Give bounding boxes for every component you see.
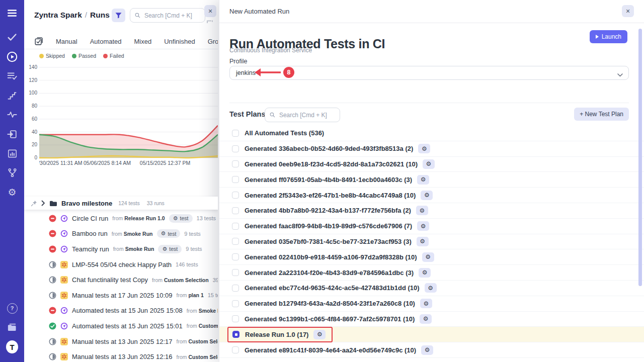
profile-label: Profile bbox=[229, 58, 247, 65]
manual-run-icon bbox=[60, 353, 68, 360]
test-plan-row[interactable]: Generated b12794f3-643a-4a2d-8504-23f1e7… bbox=[219, 296, 644, 312]
test-plan-row[interactable]: Generated 035e7bf0-7381-4c5c-be77-321e73… bbox=[219, 234, 644, 250]
scrollbar-thumb[interactable] bbox=[638, 29, 642, 286]
plan-checkbox[interactable] bbox=[232, 269, 239, 276]
run-list-item[interactable]: Bamboo run from Smoke Run ⚙test 9 tests bbox=[24, 226, 218, 242]
test-plan-row[interactable]: Generated faac8f09-94b8-4b19-89d9-c576cd… bbox=[219, 219, 644, 234]
tab-automated[interactable]: Automated bbox=[90, 38, 122, 45]
gear-icon[interactable]: ⚙ bbox=[6, 186, 18, 198]
test-plans-search-input[interactable] bbox=[278, 111, 335, 119]
sign-in-icon[interactable] bbox=[6, 128, 18, 140]
legend-label: Skipped bbox=[46, 53, 65, 59]
plan-settings-button[interactable]: ⚙ bbox=[419, 268, 431, 278]
y-axis-tick-label: 140 bbox=[24, 64, 37, 70]
tab-unfinished[interactable]: Unfinished bbox=[164, 38, 195, 45]
plan-label: Generated 035e7bf0-7381-4c5c-be77-321e73… bbox=[245, 238, 412, 245]
plan-checkbox[interactable] bbox=[232, 285, 239, 292]
git-branch-icon[interactable] bbox=[6, 167, 18, 179]
plan-checkbox[interactable] bbox=[232, 238, 239, 245]
help-icon[interactable]: ? bbox=[6, 302, 18, 314]
plan-settings-button[interactable]: ⚙ bbox=[421, 191, 433, 200]
plan-checkbox[interactable] bbox=[232, 253, 239, 260]
plan-checkbox[interactable] bbox=[232, 223, 239, 230]
plan-checkbox[interactable] bbox=[232, 346, 239, 353]
bar-chart-icon[interactable] bbox=[6, 147, 18, 159]
plan-settings-button[interactable]: ⚙ bbox=[422, 252, 434, 262]
runs-search-input[interactable] bbox=[143, 12, 200, 20]
test-plan-row[interactable]: Generated 9c1399b1-c065-4f84-8697-7af2c5… bbox=[219, 312, 644, 327]
tab-manual[interactable]: Manual bbox=[56, 38, 77, 45]
new-test-plan-button[interactable]: + New Test Plan bbox=[574, 108, 629, 121]
app-logo[interactable]: T bbox=[6, 341, 18, 353]
list-check-icon[interactable] bbox=[6, 70, 18, 82]
test-plans-search[interactable] bbox=[265, 108, 340, 122]
test-plan-row[interactable]: Release Run 1.0 (17) ⚙ bbox=[219, 327, 644, 342]
plan-settings-button[interactable]: ⚙ bbox=[416, 206, 428, 215]
test-plan-row[interactable]: Generated 4bb7a8b0-9212-43a4-b137-f772fe… bbox=[219, 203, 644, 219]
plan-settings-button[interactable]: ⚙ bbox=[420, 299, 432, 308]
run-list-item[interactable]: Manual tests at 13 Jun 2025 12:17 from C… bbox=[24, 334, 218, 349]
test-plan-row[interactable]: Generated 2f5343e3-ef26-47b1-be8b-44cabc… bbox=[219, 188, 644, 203]
launch-button[interactable]: Launch bbox=[590, 30, 627, 43]
plan-settings-button[interactable]: ⚙ bbox=[423, 159, 435, 169]
test-plan-row[interactable]: Generated ebc77c4d-9635-424c-ac5e-427483… bbox=[219, 281, 644, 296]
test-plan-row[interactable]: Generated e891c41f-8039-4e64-aa24-e0d56e… bbox=[219, 342, 644, 358]
plan-checkbox[interactable] bbox=[232, 130, 239, 137]
chevron-right-icon[interactable] bbox=[41, 200, 45, 206]
run-list-item[interactable]: Circle CI run from Release Run 1.0 ⚙test… bbox=[24, 211, 218, 226]
tab-groups[interactable]: Groups bbox=[208, 38, 218, 45]
steps-icon[interactable] bbox=[6, 89, 18, 102]
plan-settings-button[interactable]: ⚙ bbox=[418, 144, 430, 153]
plan-checkbox[interactable] bbox=[232, 300, 239, 307]
folder-icon[interactable] bbox=[6, 322, 18, 334]
legend-item[interactable]: Failed bbox=[103, 53, 124, 59]
menu-icon[interactable] bbox=[6, 7, 18, 19]
legend-item[interactable]: Skipped bbox=[39, 53, 65, 59]
run-list-item[interactable]: LMP-554 05/04 check Happy Path 146 tests bbox=[24, 257, 218, 273]
run-list-item[interactable]: Automated tests at 15 Jun 2025 15:08 fro… bbox=[24, 303, 218, 319]
plan-settings-button[interactable]: ⚙ bbox=[417, 175, 429, 185]
select-all-icon[interactable] bbox=[34, 37, 43, 46]
play-circle-icon[interactable] bbox=[6, 51, 18, 63]
pulse-icon[interactable] bbox=[6, 109, 18, 121]
test-plan-row[interactable]: Generated ff076591-05ab-4b4b-8491-1ecb00… bbox=[219, 172, 644, 188]
run-list-item[interactable]: Chat functinality test Copy from Custom … bbox=[24, 272, 218, 288]
plan-checkbox[interactable] bbox=[232, 192, 239, 199]
legend-item[interactable]: Passed bbox=[72, 53, 96, 59]
test-plan-row[interactable]: Generated 2a223104-f20e-4b43-83d9-e78459… bbox=[219, 265, 644, 281]
filter-button[interactable] bbox=[112, 9, 125, 22]
check-icon[interactable] bbox=[6, 31, 18, 43]
run-list-item[interactable]: Manual tests at 13 Jun 2025 12:16 from C… bbox=[24, 349, 218, 362]
run-test-badge: ⚙test bbox=[158, 245, 182, 253]
drawer-close-button[interactable]: × bbox=[622, 5, 634, 17]
run-source: from Smoke Run bbox=[112, 231, 153, 237]
plan-settings-button[interactable]: ⚙ bbox=[425, 283, 437, 293]
plan-checkbox[interactable] bbox=[232, 176, 239, 183]
runs-search[interactable] bbox=[130, 8, 205, 23]
test-plan-row[interactable]: Generated 0eeb9e18-f23d-4cd5-82dd-8a1a73… bbox=[219, 157, 644, 172]
plan-settings-button[interactable]: ⚙ bbox=[313, 330, 326, 339]
breadcrumb-project[interactable]: Zyntra Spark bbox=[34, 11, 82, 19]
plan-checkbox[interactable] bbox=[232, 207, 239, 214]
test-plan-row[interactable]: Generated 022410b9-e918-4459-a106-97d2a9… bbox=[219, 249, 644, 265]
plan-settings-button[interactable]: ⚙ bbox=[417, 221, 429, 231]
plan-checkbox[interactable] bbox=[232, 160, 239, 167]
plan-label: Generated 0eeb9e18-f23d-4cd5-82dd-8a1a73… bbox=[245, 160, 418, 168]
tab-mixed[interactable]: Mixed bbox=[134, 38, 152, 45]
pin-icon[interactable] bbox=[31, 200, 37, 207]
plan-checkbox[interactable] bbox=[232, 315, 239, 322]
plan-settings-button[interactable]: ⚙ bbox=[420, 314, 432, 324]
test-plan-row[interactable]: All Automated Tests (536) bbox=[219, 126, 644, 141]
test-plan-row[interactable]: Generated 336abecb-0b52-4d60-9ded-493f3f… bbox=[219, 141, 644, 157]
run-list-item[interactable]: Automated tests at 15 Jun 2025 15:01 fro… bbox=[24, 318, 218, 334]
plan-checkbox[interactable] bbox=[232, 331, 239, 338]
run-list-item[interactable]: Teamcity run from Smoke Run ⚙test 9 test… bbox=[24, 241, 218, 257]
milestone-row[interactable]: Bravo milestone 124 tests 33 runs bbox=[24, 197, 218, 210]
plan-checkbox[interactable] bbox=[232, 145, 239, 152]
run-list-item[interactable]: Manual tests at 17 Jun 2025 10:09 from p… bbox=[24, 288, 218, 303]
plan-settings-button[interactable]: ⚙ bbox=[417, 237, 429, 246]
failed-status-icon bbox=[49, 245, 56, 253]
profile-select[interactable]: jenkins bbox=[229, 66, 629, 80]
plan-settings-button[interactable]: ⚙ bbox=[421, 345, 433, 355]
panel-close-button[interactable]: × bbox=[204, 5, 216, 17]
